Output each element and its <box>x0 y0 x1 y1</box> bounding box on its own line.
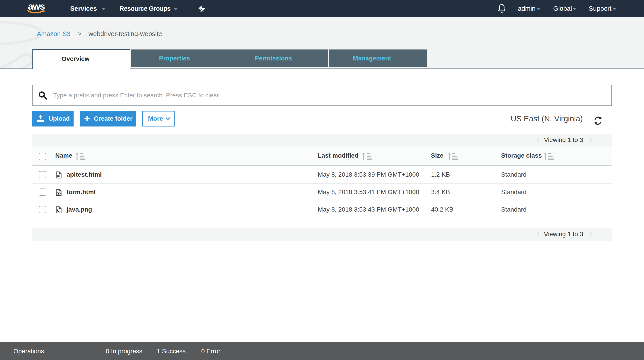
svg-text:aws: aws <box>28 3 45 12</box>
